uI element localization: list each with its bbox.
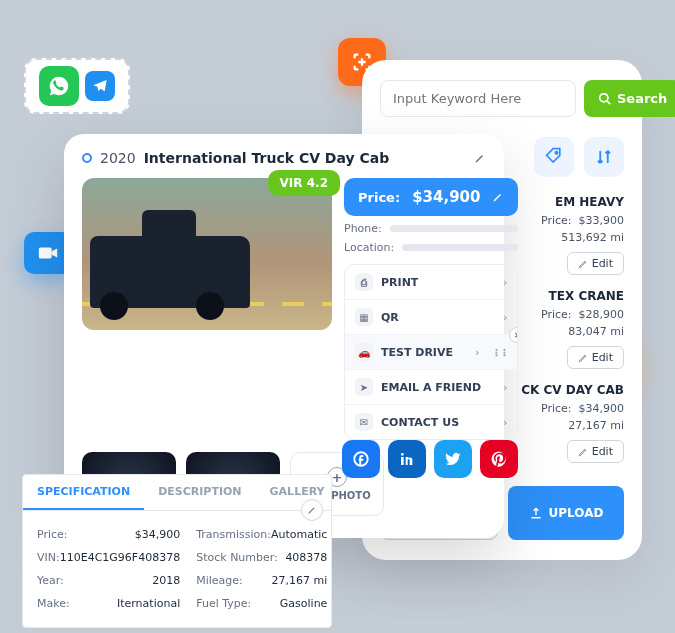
spec-value: Automatic [271, 528, 327, 541]
telegram-icon[interactable] [85, 71, 115, 101]
listing-price: $28,900 [579, 308, 625, 321]
spec-key: Transmission: [196, 528, 271, 541]
svg-point-9 [401, 453, 404, 456]
vehicle-year: 2020 [100, 150, 136, 166]
spec-key: Make: [37, 597, 70, 610]
edit-title-icon[interactable] [474, 152, 486, 164]
listing-price: $34,900 [579, 402, 625, 415]
edit-spec-icon[interactable] [301, 499, 323, 521]
qr-icon: ▦ [355, 308, 373, 326]
print-icon: ⎙ [355, 273, 373, 291]
close-icon[interactable]: × [509, 327, 518, 343]
listing-miles: 27,167 mi [568, 419, 624, 432]
drag-handle-icon[interactable]: ⋮⋮ [491, 347, 507, 358]
listing-miles: 83,047 mi [568, 325, 624, 338]
edit-button[interactable]: Edit [567, 252, 624, 275]
search-button-label: Search [617, 91, 667, 106]
upload-button[interactable]: UPLOAD [508, 486, 624, 540]
action-print[interactable]: ⎙ PRINT › [345, 265, 517, 300]
car-icon: 🚗 [355, 343, 373, 361]
tab-specification[interactable]: SPECIFICATION [23, 475, 144, 510]
status-dot-icon [82, 153, 92, 163]
spec-value: $34,900 [135, 528, 181, 541]
tab-description[interactable]: DESCRIPTION [144, 475, 255, 510]
vehicle-photo[interactable] [82, 178, 332, 330]
spec-value: 27,167 mi [272, 574, 328, 587]
price-box: Price: $34,900 [344, 178, 518, 216]
linkedin-icon[interactable] [388, 440, 426, 478]
chevron-right-icon: › [503, 382, 507, 393]
sort-button[interactable] [584, 137, 624, 177]
svg-rect-8 [401, 457, 404, 465]
edit-price-icon[interactable] [492, 191, 504, 203]
action-email-friend[interactable]: ➤ EMAIL A FRIEND › [345, 370, 517, 405]
action-test-drive[interactable]: × 🚗 TEST DRIVE › ⋮⋮ [345, 335, 517, 370]
vehicle-title: International Truck CV Day Cab [144, 150, 390, 166]
svg-rect-0 [39, 248, 52, 259]
chevron-right-icon: › [503, 277, 507, 288]
search-button[interactable]: Search [584, 80, 675, 117]
spec-value: 110E4C1G96F408378 [60, 551, 180, 564]
edit-button[interactable]: Edit [567, 346, 624, 369]
chevron-right-icon: › [475, 347, 479, 358]
social-share-row [342, 440, 518, 478]
listing-price-label: Price: [541, 402, 572, 415]
search-input[interactable] [380, 80, 576, 117]
twitter-icon[interactable] [434, 440, 472, 478]
upload-label: UPLOAD [549, 506, 604, 520]
price-label: Price: [358, 190, 400, 205]
facebook-icon[interactable] [342, 440, 380, 478]
tag-filter-button[interactable] [534, 137, 574, 177]
svg-point-5 [555, 152, 558, 155]
tab-gallery[interactable]: GALLERY [256, 475, 339, 510]
spec-value: 408378 [285, 551, 327, 564]
svg-point-4 [600, 93, 608, 101]
listing-miles: 513,692 mi [561, 231, 624, 244]
whatsapp-icon[interactable] [39, 66, 79, 106]
location-placeholder [402, 244, 518, 251]
spec-key: VIN: [37, 551, 60, 564]
mail-icon: ✉ [355, 413, 373, 431]
spec-key: Year: [37, 574, 64, 587]
spec-value: Iternational [117, 597, 180, 610]
phone-placeholder [390, 225, 519, 232]
vir-badge: VIR 4.2 [268, 170, 340, 196]
pinterest-icon[interactable] [480, 440, 518, 478]
spec-value: 2018 [152, 574, 180, 587]
listing-price: $33,900 [579, 214, 625, 227]
listing-price-label: Price: [541, 308, 572, 321]
phone-label: Phone: [344, 222, 382, 235]
chevron-right-icon: › [503, 417, 507, 428]
spec-key: Fuel Type: [196, 597, 251, 610]
spec-key: Price: [37, 528, 68, 541]
edit-button[interactable]: Edit [567, 440, 624, 463]
price-value: $34,900 [412, 188, 480, 206]
listing-price-label: Price: [541, 214, 572, 227]
chevron-right-icon: › [503, 312, 507, 323]
spec-card: SPECIFICATION DESCRIPTION GALLERY Price:… [22, 474, 332, 628]
location-label: Location: [344, 241, 394, 254]
action-qr[interactable]: ▦ QR › [345, 300, 517, 335]
spec-key: Mileage: [196, 574, 243, 587]
send-icon: ➤ [355, 378, 373, 396]
action-contact[interactable]: ✉ CONTACT US › [345, 405, 517, 439]
actions-list: ⎙ PRINT › ▦ QR › × 🚗 TEST DRIVE › ⋮⋮ [344, 264, 518, 440]
share-icons-box [24, 58, 130, 114]
spec-key: Stock Number: [196, 551, 278, 564]
spec-value: Gasoline [280, 597, 328, 610]
